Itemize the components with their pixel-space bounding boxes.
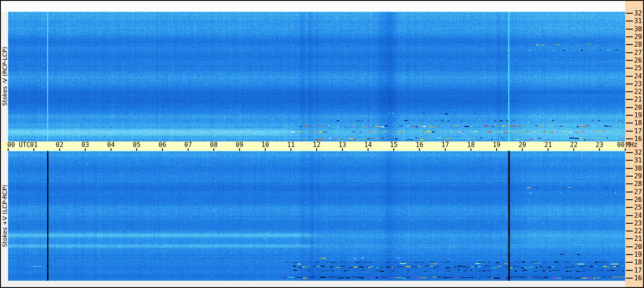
freq-tick-label: 29 [633, 173, 642, 180]
time-tick-mark [265, 148, 266, 151]
left-label-strip-bottom: Stokes +V (LCP-RCP) [1, 151, 8, 281]
freq-tick-label: 27 [633, 189, 642, 195]
freq-tick-mark [626, 192, 633, 192]
freq-tick-mark [626, 107, 633, 108]
left-label-strip-top: Stokes -V (RCP-LCP) [1, 12, 8, 141]
freq-tick-label: 18 [633, 120, 642, 126]
freq-tick-mark [626, 21, 633, 21]
time-tick-label: 16 [416, 142, 423, 148]
time-tick-mark [239, 148, 240, 151]
freq-tick-mark [626, 13, 633, 14]
freq-tick-mark [626, 223, 633, 224]
freq-tick-label: 32 [633, 150, 642, 156]
freq-tick-label: 26 [633, 197, 642, 203]
freq-tick-mark [626, 270, 633, 271]
freq-tick-label: 22 [633, 228, 642, 234]
time-tick-label: 05 [133, 142, 141, 148]
time-tick-label: 12 [313, 142, 321, 148]
freq-tick-mark [626, 215, 633, 216]
time-tick-label: 18 [467, 142, 475, 148]
freq-tick-mark [626, 231, 633, 231]
time-tick-label: 06 [159, 142, 166, 148]
freq-tick-mark [626, 278, 633, 279]
time-tick-mark [342, 148, 343, 151]
freq-tick-mark [626, 115, 633, 116]
time-tick-mark [188, 148, 189, 151]
freq-tick-label: 24 [633, 213, 642, 219]
spectrogram-panel-stokes-plus-v[interactable] [8, 151, 625, 281]
freq-tick-label: 20 [633, 244, 642, 250]
time-tick-label: 19 [493, 142, 500, 148]
time-tick-label: 11 [287, 142, 295, 148]
freq-tick-mark [626, 44, 633, 45]
freq-tick-mark [626, 84, 633, 84]
time-tick-label: 20 [518, 142, 526, 148]
time-tick-label: 04 [107, 142, 115, 148]
freq-tick-label: 17 [633, 128, 642, 135]
time-tick-mark [625, 148, 626, 151]
time-tick-label: 15 [390, 142, 398, 148]
freq-tick-mark [626, 176, 633, 177]
freq-tick-mark [626, 199, 633, 200]
freq-tick-label: 31 [633, 157, 642, 164]
time-tick-mark [59, 148, 60, 151]
time-tick-label: 10 [261, 142, 269, 148]
time-tick-label: 22 [570, 142, 578, 148]
time-tick-mark [162, 148, 163, 151]
freq-tick-mark [626, 68, 633, 69]
freq-tick-mark [626, 168, 633, 169]
freq-tick-mark [626, 207, 633, 208]
time-tick-mark [573, 148, 574, 151]
time-tick-mark [470, 148, 471, 151]
freq-tick-mark [626, 246, 633, 247]
freq-tick-mark [626, 152, 633, 153]
freq-tick-mark [626, 29, 633, 30]
spectrogram-panel-stokes-minus-v[interactable] [8, 12, 625, 141]
time-tick-mark [85, 148, 86, 151]
time-tick-label: 00 [7, 142, 15, 148]
time-tick-mark [393, 148, 394, 151]
time-tick-mark [33, 148, 34, 151]
time-tick-mark [368, 148, 368, 151]
freq-tick-label: 30 [633, 165, 642, 172]
panel-label-stokes-plus-v: Stokes +V (LCP-RCP) [1, 185, 8, 247]
freq-tick-mark [626, 254, 633, 255]
time-tick-mark [445, 148, 446, 151]
freq-tick-label: 28 [633, 181, 642, 187]
freq-tick-mark [626, 36, 633, 37]
freq-tick-label: 25 [633, 204, 642, 211]
time-tick-mark [136, 148, 137, 151]
freq-tick-mark [626, 76, 633, 77]
time-tick-label: 21 [544, 142, 552, 148]
freq-tick-label: 17 [633, 267, 642, 274]
freq-tick-mark [626, 138, 633, 139]
freq-tick-label: 20 [633, 105, 642, 111]
freq-tick-label: 21 [633, 96, 642, 103]
freq-tick-label: 26 [633, 57, 642, 64]
time-tick-label: 02 [56, 142, 63, 148]
freq-tick-label: 16 [633, 275, 642, 282]
time-tick-mark [316, 148, 317, 151]
app-window: AJ4CO Observatory 23 Sep 2019 - DPS on T… [0, 0, 644, 288]
freq-tick-label: 19 [633, 252, 642, 258]
freq-tick-mark [626, 123, 633, 123]
freq-tick-label: 30 [633, 26, 642, 33]
freq-tick-label: 24 [633, 73, 642, 80]
time-tick-mark [548, 148, 548, 151]
freq-tick-label: 21 [633, 236, 642, 242]
time-tick-mark [419, 148, 420, 151]
time-tick-mark [496, 148, 497, 151]
time-tick-mark [213, 148, 214, 151]
freq-tick-label: 25 [633, 65, 642, 72]
utc-unit-label: UTC [19, 142, 30, 148]
freq-tick-label: 31 [633, 18, 642, 24]
time-tick-label: 13 [338, 142, 346, 148]
mhz-unit-label: MHz [626, 142, 638, 148]
freq-tick-mark [626, 52, 633, 53]
freq-tick-mark [626, 131, 633, 132]
freq-tick-label: 18 [633, 259, 642, 266]
freq-tick-label: 28 [633, 42, 642, 48]
time-tick-label: 03 [81, 142, 89, 148]
time-tick-mark [291, 148, 291, 151]
freq-tick-label: 22 [633, 89, 642, 95]
